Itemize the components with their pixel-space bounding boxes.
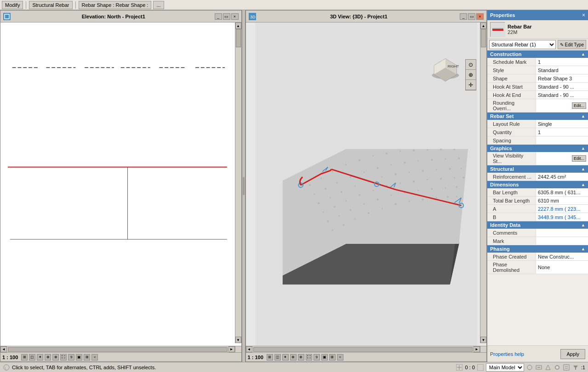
value-schedule-mark[interactable]: 1	[536, 58, 588, 66]
3d-tool-5[interactable]: ⊗	[298, 354, 304, 361]
elevation-hscroll-thumb[interactable]	[8, 347, 228, 352]
3d-scroll-left[interactable]: ◄	[246, 346, 252, 352]
value-hook-start[interactable]: Standard - 90 ...	[536, 83, 588, 90]
model-select[interactable]: Main Model	[486, 363, 524, 372]
prop-selector[interactable]: Structural Rebar (1)	[489, 40, 556, 49]
filter-icon[interactable]	[572, 364, 579, 371]
3d-scroll-up[interactable]: ▲	[480, 23, 486, 29]
label-style: Style	[487, 66, 536, 74]
apply-button[interactable]: Apply	[560, 349, 585, 359]
view-tool-9[interactable]: ⊞	[84, 354, 90, 361]
svg-point-17	[308, 184, 310, 186]
elevation-close-btn[interactable]: ×	[231, 13, 239, 20]
elevation-scroll-left[interactable]: ◄	[0, 346, 7, 352]
svg-point-47	[394, 174, 396, 175]
elevation-minimize-btn[interactable]: _	[215, 13, 222, 20]
more-button[interactable]: ...	[153, 1, 164, 9]
3d-scroll-thumb[interactable]	[481, 29, 486, 47]
section-dimensions[interactable]: Dimensions ▲	[487, 181, 588, 188]
structural-rebar-button[interactable]: Structural Rebar	[29, 1, 72, 9]
rounding-edit-btn[interactable]: Edit...	[572, 102, 586, 109]
value-dim-b: 3448.9 mm ( 345...	[536, 213, 588, 221]
value-style[interactable]: Standard	[536, 66, 588, 74]
section-construction[interactable]: Construction ▲	[487, 51, 588, 58]
view-tool-5[interactable]: ⊗	[52, 354, 59, 361]
3d-scroll-down[interactable]: ▼	[480, 337, 486, 343]
splitter-handle	[243, 177, 245, 195]
elevation-scroll-up[interactable]: ▲	[235, 23, 241, 29]
3d-tool-2[interactable]: ◫	[274, 354, 281, 361]
3d-tool-4[interactable]: ⊕	[290, 354, 297, 361]
view-visibility-edit-btn[interactable]: Edit...	[572, 155, 586, 162]
3d-scroll-right[interactable]: ►	[474, 346, 480, 352]
modify-button[interactable]: Modify	[2, 1, 23, 9]
3d-hscrollbar[interactable]: ◄ ►	[246, 346, 480, 352]
3d-tool-9[interactable]: ⊞	[329, 354, 336, 361]
3d-pan-btn[interactable]: ✛	[466, 80, 476, 90]
value-mark[interactable]	[536, 237, 588, 245]
3d-tool-8[interactable]: ▣	[321, 354, 328, 361]
elevation-scroll-down[interactable]: ▼	[235, 337, 241, 343]
edit-type-button[interactable]: ✎ Edit Type	[558, 40, 586, 49]
view-tool-2[interactable]: ◫	[29, 354, 35, 361]
3d-tool-1[interactable]: ⊞	[267, 354, 273, 361]
prop-row-quantity: Quantity 1	[487, 128, 588, 136]
svg-point-83	[422, 199, 423, 201]
3d-tool-10[interactable]: <	[337, 354, 343, 361]
view-tool-6[interactable]: ⛶	[60, 354, 67, 361]
3d-content[interactable]: RIGHT ⊙ ⊕ ✛ ▲ ▼	[246, 23, 487, 352]
value-phase-demolished[interactable]: None	[536, 261, 588, 274]
prop-row-phase-demolished: Phase Demolished None	[487, 261, 588, 274]
section-structural[interactable]: Structural ▲	[487, 165, 588, 173]
value-quantity[interactable]: 1	[536, 128, 588, 136]
elevation-scroll-thumb[interactable]	[236, 29, 241, 47]
rebar-shape-button[interactable]: Rebar Shape : Rebar Shape :	[79, 1, 152, 9]
section-graphics[interactable]: Graphics ▲	[487, 145, 588, 152]
3d-icon: 3D	[249, 13, 256, 20]
prop-element-icon	[490, 22, 505, 37]
status-icon-3	[477, 364, 484, 371]
value-comments[interactable]	[536, 229, 588, 237]
view-tool-10[interactable]: <	[91, 354, 98, 361]
3d-hscroll-thumb[interactable]	[253, 347, 473, 352]
view-tool-7[interactable]: 9	[68, 354, 74, 361]
construction-chevron: ▲	[581, 52, 585, 56]
value-phase-created[interactable]: New Construc...	[536, 253, 588, 260]
elevation-restore-btn[interactable]: ▭	[223, 13, 230, 20]
main-toolbar: Modify Structural Rebar Rebar Shape : Re…	[0, 0, 588, 10]
label-bar-length: Bar Length	[487, 188, 536, 196]
view-splitter[interactable]	[242, 10, 245, 362]
value-layout-rule[interactable]: Single	[536, 120, 588, 128]
status-icon-5	[535, 364, 542, 371]
3d-tool-7[interactable]: 9	[314, 354, 320, 361]
3d-close-btn[interactable]: ×	[476, 13, 484, 20]
3d-vscrollbar[interactable]: ▲ ▼	[480, 23, 486, 343]
view-tool-3[interactable]: ✦	[37, 354, 43, 361]
value-spacing[interactable]	[536, 136, 588, 144]
svg-point-72	[417, 190, 419, 191]
elevation-vscrollbar[interactable]: ▲ ▼	[235, 23, 241, 343]
value-hook-end[interactable]: Standard - 90 ...	[536, 91, 588, 99]
svg-text:3D: 3D	[250, 15, 256, 19]
structural-chevron: ▲	[581, 167, 585, 171]
3d-restore-btn[interactable]: ▭	[468, 13, 475, 20]
section-identity-data[interactable]: Identity Data ▲	[487, 221, 588, 229]
elevation-scroll-right[interactable]: ►	[228, 346, 235, 352]
view-tool-8[interactable]: ▣	[76, 354, 82, 361]
3d-tool-3[interactable]: ✦	[282, 354, 289, 361]
properties-help-link[interactable]: Properties help	[490, 351, 524, 357]
section-phasing[interactable]: Phasing ▲	[487, 245, 588, 253]
view-tool-1[interactable]: ⊞	[21, 354, 28, 361]
elevation-hscrollbar[interactable]: ◄ ►	[0, 346, 235, 352]
value-shape[interactable]: Rebar Shape 3	[536, 74, 588, 82]
svg-point-23	[386, 152, 388, 154]
properties-close-btn[interactable]: ×	[582, 12, 585, 18]
svg-point-39	[445, 158, 446, 160]
3d-orbit-btn[interactable]: ⊙	[466, 60, 476, 70]
view-tool-4[interactable]: ⊕	[45, 354, 51, 361]
3d-tool-6[interactable]: ⛶	[306, 354, 312, 361]
section-rebar-set[interactable]: Rebar Set ▲	[487, 113, 588, 120]
3d-minimize-btn[interactable]: _	[460, 13, 467, 20]
3d-zoom-btn[interactable]: ⊕	[466, 70, 476, 80]
elevation-content[interactable]: ▲ ▼ ◄ ►	[0, 23, 241, 352]
